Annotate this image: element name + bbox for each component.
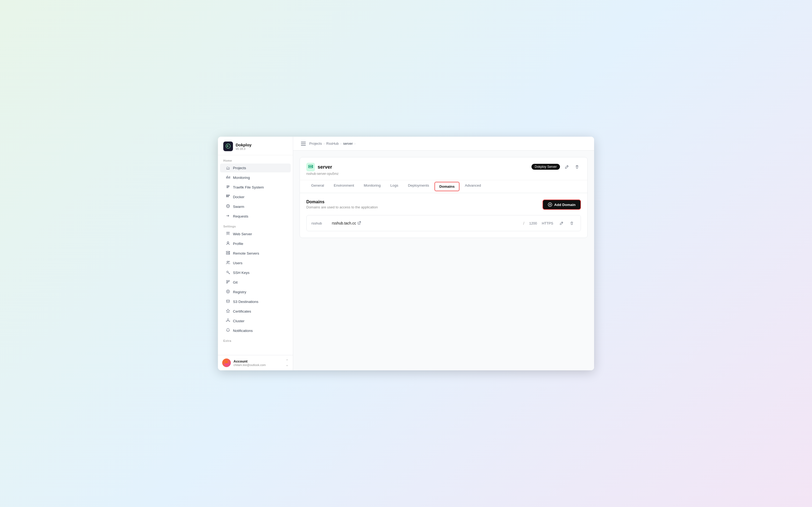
sidebar-item-remote-servers[interactable]: Remote Servers xyxy=(220,249,291,258)
settings-section-label: Settings xyxy=(218,221,293,229)
domains-title-group: Domains Domains are used to access to th… xyxy=(306,200,378,209)
sidebar: Dokploy v0.18.3 Home 🗂 Projects Monitori… xyxy=(218,137,293,370)
git-icon xyxy=(225,280,230,285)
breadcrumb: Projects › RssHub › server › xyxy=(309,142,355,146)
sidebar-item-swarm[interactable]: Swarm xyxy=(220,202,291,211)
sidebar-item-label: Traefik File System xyxy=(233,185,264,189)
svg-point-31 xyxy=(226,321,227,322)
account-name: Account xyxy=(234,359,283,363)
account-email: chilam.lee@outlook.com xyxy=(234,363,283,367)
tab-general[interactable]: General xyxy=(306,180,329,193)
svg-rect-33 xyxy=(301,142,306,142)
domain-path: / xyxy=(523,221,524,226)
svg-point-18 xyxy=(227,261,228,263)
extra-section-label: Extra xyxy=(218,335,293,343)
svg-point-24 xyxy=(226,290,230,293)
sidebar-item-label: Projects xyxy=(233,166,246,170)
add-domain-label: Add Domain xyxy=(554,203,576,207)
svg-point-16 xyxy=(229,251,230,252)
sidebar-item-notifications[interactable]: Notifications xyxy=(220,326,291,335)
domains-header: Domains Domains are used to access to th… xyxy=(306,200,581,210)
docker-icon xyxy=(225,194,230,199)
sidebar-item-monitoring[interactable]: Monitoring xyxy=(220,173,291,182)
svg-point-30 xyxy=(229,321,230,322)
tab-monitoring[interactable]: Monitoring xyxy=(359,180,386,193)
domains-title: Domains xyxy=(306,200,378,204)
content-area: server rsshub-server-opu5mz Dokploy Serv… xyxy=(293,151,594,370)
sidebar-toggle[interactable] xyxy=(300,140,307,148)
tab-environment[interactable]: Environment xyxy=(329,180,359,193)
svg-marker-27 xyxy=(226,309,230,313)
sidebar-item-label: Git xyxy=(233,280,238,284)
svg-point-22 xyxy=(229,280,230,281)
external-link-icon[interactable] xyxy=(358,221,361,225)
avatar xyxy=(222,358,231,367)
account-footer[interactable]: Account chilam.lee@outlook.com ⌃⌄ xyxy=(218,355,293,370)
app-name: Dokploy xyxy=(236,143,252,147)
svg-rect-8 xyxy=(227,195,229,196)
svg-rect-7 xyxy=(226,195,227,196)
domain-port: 1200 xyxy=(529,221,537,225)
home-section-label: Home xyxy=(218,155,293,163)
service-header: server rsshub-server-opu5mz Dokploy Serv… xyxy=(300,157,588,180)
sidebar-item-projects[interactable]: 🗂 Projects xyxy=(220,164,291,172)
sidebar-item-label: SSH Keys xyxy=(233,271,250,275)
web-server-icon xyxy=(225,231,230,236)
sidebar-item-traefik[interactable]: Traefik File System xyxy=(220,183,291,192)
sidebar-item-label: S3 Destinations xyxy=(233,300,258,304)
sidebar-item-web-server[interactable]: Web Server xyxy=(220,229,291,238)
sidebar-item-docker[interactable]: Docker xyxy=(220,192,291,202)
svg-point-17 xyxy=(229,253,230,254)
svg-rect-36 xyxy=(308,165,313,166)
domain-meta: / 1200 HTTPS xyxy=(523,221,553,226)
sidebar-item-label: Notifications xyxy=(233,329,253,333)
requests-icon xyxy=(225,214,230,219)
domain-actions xyxy=(558,219,576,227)
service-card: server rsshub-server-opu5mz Dokploy Serv… xyxy=(300,157,588,238)
app-logo: Dokploy v0.18.3 xyxy=(218,137,293,155)
sidebar-item-s3[interactable]: S3 Destinations xyxy=(220,297,291,306)
domain-url-text: rsshub.tach.cc xyxy=(332,221,356,225)
tab-logs[interactable]: Logs xyxy=(386,180,403,193)
tab-advanced[interactable]: Advanced xyxy=(460,180,486,193)
svg-rect-11 xyxy=(227,196,229,197)
sidebar-item-ssh-keys[interactable]: SSH Keys xyxy=(220,268,291,277)
tab-domains[interactable]: Domains xyxy=(435,182,459,191)
sidebar-item-registry[interactable]: Registry xyxy=(220,287,291,296)
svg-point-25 xyxy=(227,291,229,292)
svg-point-29 xyxy=(227,319,229,320)
domain-edit-button[interactable] xyxy=(558,219,566,227)
breadcrumb-rsshub[interactable]: RssHub xyxy=(326,142,339,146)
domains-description: Domains are used to access to the applic… xyxy=(306,205,378,209)
server-badge: Dokploy Server xyxy=(531,164,560,170)
svg-rect-1 xyxy=(227,176,228,179)
domain-service: rsshub xyxy=(311,221,327,225)
svg-rect-34 xyxy=(301,144,306,144)
breadcrumb-projects[interactable]: Projects xyxy=(309,142,322,146)
svg-point-38 xyxy=(312,165,313,166)
app-version: v0.18.3 xyxy=(236,147,252,150)
svg-point-32 xyxy=(225,361,227,363)
sidebar-item-certificates[interactable]: Certificates xyxy=(220,307,291,316)
sidebar-item-git[interactable]: Git xyxy=(220,278,291,287)
edit-button[interactable] xyxy=(563,163,571,171)
logo-icon xyxy=(223,142,233,151)
tabs: General Environment Monitoring Logs Depl… xyxy=(300,180,588,193)
add-domain-button[interactable]: Add Domain xyxy=(543,200,581,210)
sidebar-item-users[interactable]: Users xyxy=(220,258,291,268)
tab-deployments[interactable]: Deployments xyxy=(403,180,434,193)
ssh-keys-icon xyxy=(225,270,230,275)
domain-protocol: HTTPS xyxy=(542,221,553,225)
domain-delete-button[interactable] xyxy=(568,219,576,227)
domain-url: rsshub.tach.cc xyxy=(332,221,519,225)
domains-panel: Domains Domains are used to access to th… xyxy=(300,193,588,238)
svg-point-28 xyxy=(227,320,229,321)
breadcrumb-server[interactable]: server xyxy=(343,142,353,146)
delete-button[interactable] xyxy=(573,163,581,171)
svg-rect-6 xyxy=(226,187,229,188)
sidebar-item-profile[interactable]: Profile xyxy=(220,239,291,248)
sidebar-item-requests[interactable]: Requests xyxy=(220,212,291,221)
sidebar-item-label: Certificates xyxy=(233,309,251,314)
sidebar-item-label: Docker xyxy=(233,195,245,199)
sidebar-item-cluster[interactable]: Cluster xyxy=(220,316,291,326)
